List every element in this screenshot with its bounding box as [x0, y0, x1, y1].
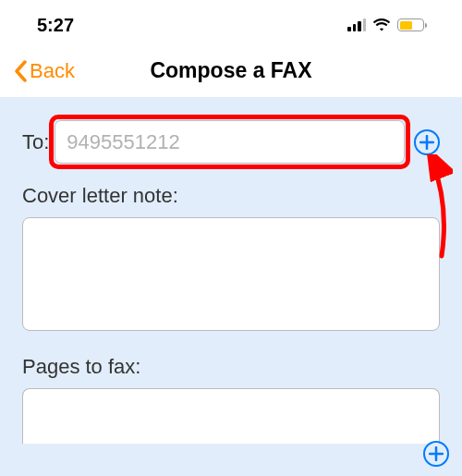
to-row: To:: [22, 120, 440, 164]
status-bar: 5:27: [0, 0, 462, 44]
back-button[interactable]: Back: [13, 59, 75, 83]
content-area: To: Cover letter note: Pages to fax:: [0, 97, 462, 476]
page-title: Compose a FAX: [150, 58, 311, 83]
plus-icon: [429, 446, 444, 461]
status-icons: [347, 18, 427, 31]
cover-letter-label: Cover letter note:: [22, 184, 440, 208]
to-label: To:: [22, 130, 49, 154]
pages-label: Pages to fax:: [22, 355, 440, 379]
cover-letter-input[interactable]: [22, 217, 440, 331]
pages-box[interactable]: [22, 388, 440, 444]
cellular-signal-icon: [347, 18, 366, 31]
add-recipient-button[interactable]: [414, 129, 440, 155]
plus-icon: [419, 135, 434, 150]
back-label: Back: [30, 59, 75, 83]
battery-icon: [397, 18, 427, 31]
status-time: 5:27: [37, 15, 74, 36]
add-page-button[interactable]: [423, 441, 449, 467]
wifi-icon: [372, 18, 391, 31]
chevron-left-icon: [13, 60, 28, 82]
nav-bar: Back Compose a FAX: [0, 44, 462, 97]
to-input[interactable]: [55, 120, 405, 164]
